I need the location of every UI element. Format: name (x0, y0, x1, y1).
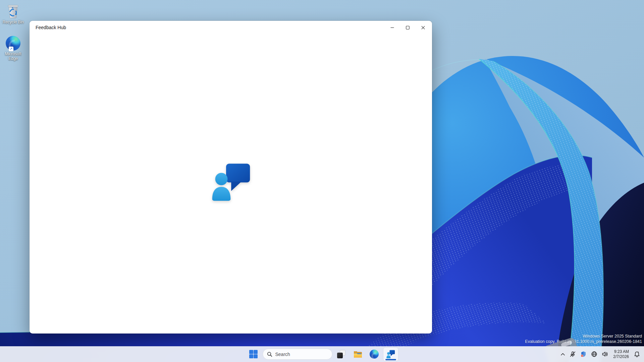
show-hidden-icons-button[interactable] (559, 348, 566, 360)
watermark-line-2: Evaluation copy. Build 29531.1000.rs_pre… (525, 339, 642, 345)
minimize-button[interactable] (384, 21, 400, 34)
volume-tray-button[interactable] (601, 348, 609, 360)
edge-button[interactable] (367, 348, 382, 361)
taskbar: 9:23 AM 2/7/2026 z (0, 346, 644, 362)
tray-time: 9:23 AM (613, 349, 629, 354)
shortcut-arrow-icon: ↗ (9, 47, 13, 51)
security-shield-icon (580, 351, 587, 357)
feedback-hub-icon (386, 350, 395, 359)
tray-date: 2/7/2026 (613, 354, 629, 359)
minimize-icon (390, 26, 394, 29)
file-explorer-icon (353, 350, 363, 359)
desktop: Recycle Bin ↗ Microsoft Edge Feedback Hu… (0, 0, 644, 362)
search-input[interactable] (275, 352, 322, 357)
clock[interactable]: 9:23 AM 2/7/2026 (612, 349, 630, 359)
start-button[interactable] (246, 348, 261, 361)
recycle-bin-icon (0, 3, 26, 19)
edge-icon (370, 350, 379, 359)
security-alert-tray-button[interactable] (579, 348, 588, 360)
maximize-button[interactable] (400, 21, 415, 34)
desktop-icon-recycle-bin[interactable]: Recycle Bin (0, 3, 26, 24)
feedback-hub-logo (210, 162, 251, 202)
windows-logo-icon (249, 350, 258, 358)
desktop-icon-label: Microsoft Edge (0, 52, 26, 61)
network-tray-button[interactable] (590, 348, 598, 360)
desktop-icon-microsoft-edge[interactable]: ↗ Microsoft Edge (0, 35, 26, 61)
window-content (30, 34, 432, 334)
watermark-line-1: Windows Server 2025 Standard (525, 334, 642, 339)
chevron-up-icon (560, 353, 565, 356)
notification-center-button[interactable]: z (633, 348, 641, 360)
network-globe-icon (591, 351, 597, 357)
feedback-hub-button[interactable] (383, 348, 398, 361)
edge-icon: ↗ (6, 36, 20, 51)
microphone-muted-icon (570, 351, 576, 357)
titlebar[interactable]: Feedback Hub (30, 21, 432, 34)
window-title: Feedback Hub (30, 25, 384, 30)
search-icon (267, 352, 272, 357)
feedback-hub-window: Feedback Hub (30, 21, 432, 334)
svg-text:z: z (638, 351, 639, 354)
evaluation-watermark: Windows Server 2025 Standard Evaluation … (525, 334, 642, 344)
file-explorer-button[interactable] (351, 348, 365, 361)
volume-icon (602, 351, 608, 357)
bell-do-not-disturb-icon: z (634, 351, 640, 358)
active-app-indicator (385, 359, 396, 360)
desktop-icon-label: Recycle Bin (0, 20, 26, 24)
maximize-icon (406, 26, 410, 29)
close-button[interactable] (415, 21, 431, 34)
taskbar-search[interactable] (263, 349, 332, 360)
close-icon (421, 26, 425, 29)
microphone-muted-tray-button[interactable] (569, 348, 577, 360)
task-view-button[interactable] (334, 348, 349, 361)
task-view-icon (337, 350, 345, 358)
